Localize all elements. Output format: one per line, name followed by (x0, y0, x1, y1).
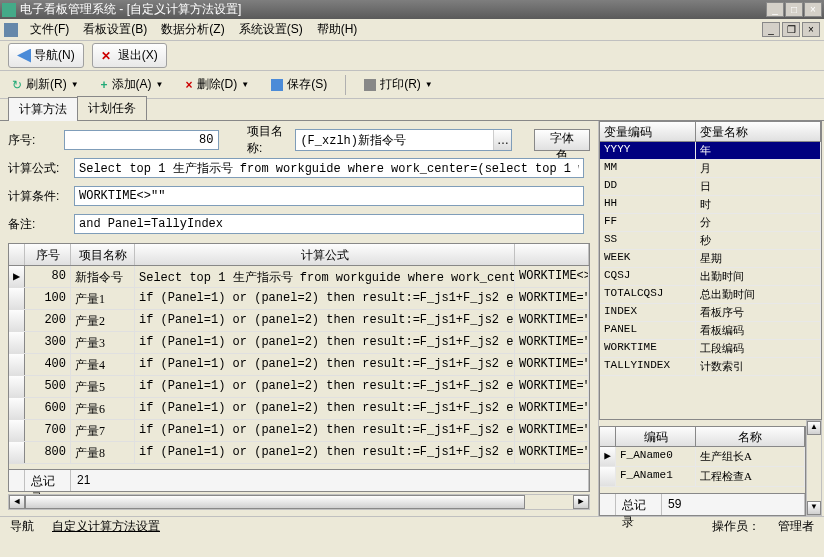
bottom-row[interactable]: F_AName1工程检查A (600, 467, 805, 487)
var-row[interactable]: CQSJ出勤时间 (600, 268, 821, 286)
mdi-minimize-button[interactable]: _ (762, 22, 780, 37)
save-button[interactable]: 保存(S) (267, 74, 331, 95)
exit-button[interactable]: ✕ 退出(X) (92, 43, 167, 68)
table-row[interactable]: 800 产量8 if (Panel=1) or (panel=2) then r… (9, 442, 589, 464)
bottom-row[interactable]: ▶F_AName0生产组长A (600, 447, 805, 467)
separator (345, 75, 346, 95)
menu-help[interactable]: 帮助(H) (311, 19, 364, 40)
restore-button[interactable]: □ (785, 2, 803, 17)
row-selector[interactable]: ▶ (9, 266, 25, 287)
var-row[interactable]: FF分 (600, 214, 821, 232)
status-page[interactable]: 自定义计算方法设置 (48, 518, 164, 535)
table-row[interactable]: 200 产量2 if (Panel=1) or (panel=2) then r… (9, 310, 589, 332)
scroll-right-button[interactable]: ► (573, 495, 589, 509)
project-name-input[interactable] (296, 130, 493, 150)
col-name[interactable]: 项目名称 (71, 244, 135, 265)
close-button[interactable]: × (804, 2, 822, 17)
action-toolbar: ↻ 刷新(R) ▼ + 添加(A) ▼ × 删除(D) ▼ 保存(S) 打印(R… (0, 71, 824, 99)
col-formula[interactable]: 计算公式 (135, 244, 515, 265)
var-grid-body[interactable]: YYYY年MM月DD日HH时FF分SS秒WEEK星期CQSJ出勤时间TOTALC… (600, 142, 821, 419)
var-name: 秒 (696, 232, 821, 249)
font-color-button[interactable]: 字体色 (534, 129, 590, 151)
nav-button[interactable]: 导航(N) (8, 43, 84, 68)
var-col-name[interactable]: 变量名称 (696, 122, 821, 141)
table-row[interactable]: ▶ 80 新指令号 Select top 1 生产指示号 from workgu… (9, 266, 589, 288)
row-selector[interactable] (9, 332, 25, 353)
row-selector[interactable] (9, 376, 25, 397)
h-scrollbar[interactable]: ◄ ► (8, 494, 590, 510)
condition-label: 计算条件: (8, 188, 68, 205)
var-row[interactable]: MM月 (600, 160, 821, 178)
row-selector[interactable] (9, 310, 25, 331)
scroll-up-button[interactable]: ▲ (807, 421, 821, 435)
menu-board[interactable]: 看板设置(B) (77, 19, 153, 40)
var-name: 日 (696, 178, 821, 195)
bottom-grid-header: 编码 名称 (600, 427, 805, 447)
table-row[interactable]: 500 产量5 if (Panel=1) or (panel=2) then r… (9, 376, 589, 398)
var-row[interactable]: HH时 (600, 196, 821, 214)
var-name: 计数索引 (696, 358, 821, 375)
tab-plan-task[interactable]: 计划任务 (77, 96, 147, 120)
mdi-close-button[interactable]: × (802, 22, 820, 37)
var-row[interactable]: TALLYINDEX计数索引 (600, 358, 821, 376)
status-nav[interactable]: 导航 (6, 518, 38, 535)
var-row[interactable]: DD日 (600, 178, 821, 196)
col-cond[interactable] (515, 244, 589, 265)
menu-sys[interactable]: 系统设置(S) (233, 19, 309, 40)
row-selector[interactable] (9, 288, 25, 309)
row-selector[interactable] (9, 398, 25, 419)
var-row[interactable]: WEEK星期 (600, 250, 821, 268)
col-seq[interactable]: 序号 (25, 244, 71, 265)
print-button[interactable]: 打印(R) ▼ (360, 74, 437, 95)
seq-input[interactable] (64, 130, 219, 150)
project-name-browse-button[interactable]: … (493, 130, 511, 150)
row-selector[interactable] (9, 420, 25, 441)
scroll-left-button[interactable]: ◄ (9, 495, 25, 509)
menu-file[interactable]: 文件(F) (24, 19, 75, 40)
refresh-button[interactable]: ↻ 刷新(R) ▼ (8, 74, 83, 95)
menu-data[interactable]: 数据分析(Z) (155, 19, 230, 40)
delete-button[interactable]: × 删除(D) ▼ (182, 74, 254, 95)
remark-input[interactable] (74, 214, 584, 234)
tab-calc-method[interactable]: 计算方法 (8, 97, 78, 121)
row-selector[interactable] (9, 354, 25, 375)
row-selector[interactable] (600, 467, 616, 486)
formula-input[interactable] (74, 158, 584, 178)
table-row[interactable]: 700 产量7 if (Panel=1) or (panel=2) then r… (9, 420, 589, 442)
var-col-code[interactable]: 变量编码 (600, 122, 696, 141)
status-operator: 管理者 (774, 518, 818, 535)
var-row[interactable]: INDEX看板序号 (600, 304, 821, 322)
cell-formula: if (Panel=1) or (panel=2) then result:=F… (135, 288, 515, 309)
cell-seq: 500 (25, 376, 71, 397)
var-row[interactable]: WORKTIME工段编码 (600, 340, 821, 358)
bottom-row-selector-header (600, 427, 616, 446)
var-code: WEEK (600, 250, 696, 267)
nav-button-label: 导航(N) (34, 47, 75, 64)
table-row[interactable]: 300 产量3 if (Panel=1) or (panel=2) then r… (9, 332, 589, 354)
row-selector[interactable] (9, 442, 25, 463)
scroll-down-button[interactable]: ▼ (807, 501, 821, 515)
scroll-thumb[interactable] (25, 495, 525, 509)
var-row[interactable]: SS秒 (600, 232, 821, 250)
var-name: 时 (696, 196, 821, 213)
var-row[interactable]: TOTALCQSJ总出勤时间 (600, 286, 821, 304)
bottom-grid-body[interactable]: ▶F_AName0生产组长AF_AName1工程检查A (600, 447, 805, 487)
minimize-button[interactable]: _ (766, 2, 784, 17)
table-row[interactable]: 100 产量1 if (Panel=1) or (panel=2) then r… (9, 288, 589, 310)
v-scrollbar[interactable]: ▲ ▼ (806, 420, 822, 516)
bottom-col-code[interactable]: 编码 (616, 427, 696, 446)
condition-input[interactable] (74, 186, 584, 206)
var-row[interactable]: PANEL看板编码 (600, 322, 821, 340)
add-button[interactable]: + 添加(A) ▼ (97, 74, 168, 95)
table-row[interactable]: 400 产量4 if (Panel=1) or (panel=2) then r… (9, 354, 589, 376)
var-row[interactable]: YYYY年 (600, 142, 821, 160)
var-code: TOTALCQSJ (600, 286, 696, 303)
grid-body[interactable]: ▶ 80 新指令号 Select top 1 生产指示号 from workgu… (9, 266, 589, 469)
table-row[interactable]: 600 产量6 if (Panel=1) or (panel=2) then r… (9, 398, 589, 420)
mdi-restore-button[interactable]: ❐ (782, 22, 800, 37)
left-pane: 序号: 项目名称: … 字体色 计算公式: 计算条件: 备注: (0, 121, 598, 516)
var-name: 月 (696, 160, 821, 177)
cell-name: 产量2 (71, 310, 135, 331)
row-selector[interactable]: ▶ (600, 447, 616, 466)
bottom-col-name[interactable]: 名称 (696, 427, 805, 446)
